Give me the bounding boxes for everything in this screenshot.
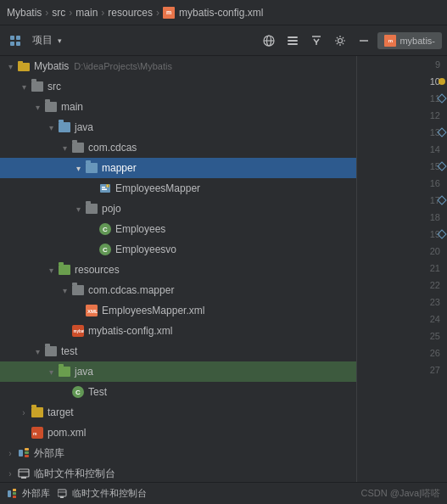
svg-rect-37	[13, 496, 16, 498]
tree-label-target: target	[47, 406, 74, 418]
breadcrumb-mybatis-label: Mybatis	[7, 7, 42, 19]
no-arrow-pom	[17, 426, 31, 440]
expand-arrow-test-java[interactable]: ▾	[44, 365, 58, 378]
line-23: 23	[357, 294, 447, 311]
tree-item-test-java[interactable]: ▾ java	[0, 361, 356, 382]
expand-arrow-test[interactable]: ▾	[31, 344, 44, 358]
breadcrumb-xml[interactable]: m mybatis-config.xml	[163, 7, 263, 19]
file-tree[interactable]: ▾ Mybatis D:\ideaProjects\Mybatis ▾ src …	[0, 56, 356, 504]
tree-item-resources[interactable]: ▾ resources	[0, 260, 356, 280]
project-dropdown[interactable]: 项目 ▾	[29, 31, 62, 49]
expand-arrow-mapper[interactable]: ▾	[71, 161, 85, 175]
line-20: 20	[357, 243, 447, 260]
no-arrow-employees-mapper	[85, 182, 98, 195]
svg-rect-29	[25, 451, 29, 454]
svg-rect-40	[60, 496, 64, 498]
watermark-text: CSDN @Java|嗒嗒	[361, 488, 440, 498]
tree-label-temp-files: 临时文件和控制台	[34, 467, 115, 481]
breadcrumb-main[interactable]: main	[75, 7, 98, 19]
breadcrumb-bar: Mybatis › src › main › resources › m myb…	[0, 0, 447, 25]
project-label: 项目	[29, 31, 56, 49]
tree-item-pom[interactable]: m pom.xml	[0, 423, 356, 443]
expand-arrow-target[interactable]: ›	[17, 406, 31, 419]
tree-item-employees[interactable]: C Employees	[0, 219, 356, 239]
xml-file-icon: m	[163, 7, 175, 19]
tree-item-target[interactable]: › target	[0, 402, 356, 423]
svg-rect-38	[58, 490, 66, 496]
globe-icon[interactable]	[259, 31, 279, 51]
breadcrumb-mybatis[interactable]: Mybatis	[7, 7, 42, 19]
tree-label-java: java	[75, 121, 93, 133]
expand-arrow-com-cdcas[interactable]: ▾	[58, 141, 71, 154]
tree-item-java[interactable]: ▾ java	[0, 117, 356, 137]
svg-text:m: m	[33, 431, 37, 436]
tree-label-mapper: mapper	[102, 162, 137, 174]
tree-item-com-cdcas-mapper[interactable]: ▾ com.cdcas.mapper	[0, 280, 356, 300]
tab-xml-icon: m	[384, 35, 396, 47]
tree-item-mybatis[interactable]: ▾ Mybatis D:\ideaProjects\Mybatis	[0, 56, 356, 76]
expand-arrow-src[interactable]: ▾	[17, 80, 31, 93]
line-25: 25	[357, 328, 447, 344]
tree-label-resources: resources	[75, 264, 120, 276]
target-folder-icon	[31, 406, 44, 419]
expand-arrow-resources[interactable]: ▾	[44, 263, 58, 277]
svg-rect-15	[18, 61, 23, 64]
svg-rect-30	[25, 455, 29, 457]
svg-rect-8	[288, 40, 298, 42]
active-tab[interactable]: m mybatis-	[377, 32, 442, 49]
tree-item-external-lib[interactable]: › 外部库	[0, 443, 356, 463]
tree-item-mapper[interactable]: ▾ mapper	[0, 158, 356, 178]
expand-arrow-external[interactable]: ›	[3, 446, 17, 460]
expand-arrow-main[interactable]: ▾	[31, 100, 44, 114]
tree-label-pojo: pojo	[102, 203, 121, 215]
tree-item-mybatis-config[interactable]: mybat mybatis-config.xml	[0, 321, 356, 341]
settings-icon[interactable]	[330, 31, 350, 51]
svg-rect-0	[10, 36, 14, 40]
expand-arrow-java[interactable]: ▾	[44, 120, 58, 134]
svg-text:mybat: mybat	[74, 329, 85, 333]
tree-item-test[interactable]: ▾ test	[0, 341, 356, 361]
breadcrumb-sep-4: ›	[156, 7, 159, 19]
line-15: 15	[357, 158, 447, 175]
breadcrumb-src[interactable]: src	[52, 7, 65, 19]
bottom-external-lib[interactable]: 外部库	[7, 487, 50, 500]
svg-rect-35	[13, 489, 16, 491]
minimize-icon[interactable]	[354, 31, 374, 51]
expand-arrow-mybatis[interactable]: ▾	[3, 59, 17, 73]
line-11: 11	[357, 90, 447, 107]
bottom-temp-files[interactable]: 临时文件和控制台	[57, 487, 147, 500]
breadcrumb-sep-1: ›	[45, 7, 48, 19]
breadcrumb-xml-label: mybatis-config.xml	[179, 7, 263, 19]
mapper-interface-icon: I	[98, 182, 112, 195]
svg-rect-17	[102, 187, 105, 188]
tree-item-com-cdcas[interactable]: ▾ com.cdcas	[0, 137, 356, 158]
expand-arrow-pojo[interactable]: ▾	[71, 202, 85, 216]
expand-arrow-com-cdcas-mapper[interactable]: ▾	[58, 283, 71, 297]
tree-label-mybatis: Mybatis	[34, 60, 69, 72]
no-arrow-employees	[85, 222, 98, 236]
collapse-icon[interactable]	[306, 31, 327, 51]
line-14: 14	[357, 141, 447, 158]
line-21: 21	[357, 260, 447, 277]
list-icon[interactable]	[282, 31, 303, 51]
expand-arrow-temp[interactable]: ›	[3, 467, 17, 480]
tree-item-employeesvo[interactable]: C Employeesvo	[0, 239, 356, 260]
tree-label-test: test	[61, 345, 77, 357]
tree-item-temp-files[interactable]: › 临时文件和控制台	[0, 463, 356, 484]
tree-item-main[interactable]: ▾ main	[0, 97, 356, 117]
employees-mapper-xml-icon: XML	[85, 304, 98, 317]
breadcrumb-src-label: src	[52, 7, 65, 19]
tree-item-test-class[interactable]: C Test	[0, 382, 356, 402]
breadcrumb-main-label: main	[75, 7, 98, 19]
tree-item-employees-mapper-xml[interactable]: XML EmployeesMapper.xml	[0, 300, 356, 321]
no-arrow-emp-xml	[71, 304, 85, 317]
svg-rect-36	[13, 492, 16, 495]
svg-rect-33	[21, 477, 26, 479]
tree-item-pojo[interactable]: ▾ pojo	[0, 199, 356, 219]
tree-item-employees-mapper[interactable]: I EmployeesMapper	[0, 178, 356, 199]
tree-item-src[interactable]: ▾ src	[0, 76, 356, 97]
breadcrumb-resources[interactable]: resources	[108, 7, 153, 19]
toolbar-right: m mybatis-	[259, 31, 442, 51]
toolbar: 项目 ▾	[0, 25, 447, 56]
line-24: 24	[357, 311, 447, 328]
